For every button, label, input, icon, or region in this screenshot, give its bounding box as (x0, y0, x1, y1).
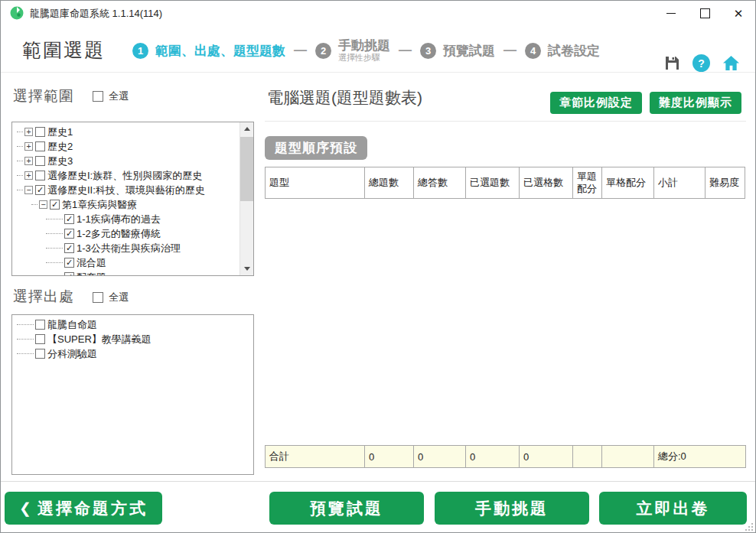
range-tree-item-checkbox[interactable]: ✓ (64, 258, 74, 268)
range-tree-item-checkbox[interactable]: ✓ (64, 272, 74, 276)
collapse-minus-icon[interactable]: − (24, 186, 33, 194)
range-tree-item-checkbox[interactable] (35, 141, 45, 151)
table-footer-cell (602, 446, 654, 468)
range-tree-item-label: 歷史3 (47, 154, 73, 168)
scroll-down-icon[interactable] (240, 262, 253, 275)
table-footer-cell: 合計 (266, 446, 365, 468)
range-tree-item-row[interactable]: +選修歷史I:族群、性別與國家的歷史 (17, 168, 252, 183)
step-2-label: 手動挑題 (338, 38, 390, 54)
source-select-all[interactable]: 全選 (93, 291, 129, 304)
range-select-all[interactable]: 全選 (93, 89, 129, 103)
range-tree-item-row[interactable]: −✓第1章疾病與醫療 (17, 197, 252, 212)
table-header-cell: 單題配分 (573, 167, 602, 199)
preview-questions-button[interactable]: 預覽試題 (269, 492, 424, 525)
range-tree-item-row[interactable]: +歷史3 (17, 154, 252, 168)
table-header-cell: 單格配分 (602, 167, 654, 199)
source-item-row[interactable]: 【SUPER】教學講義題 (17, 332, 252, 346)
maximize-button[interactable] (688, 1, 722, 25)
range-tree-item-label: 1-3公共衛生與疾病治理 (77, 242, 181, 255)
app-logo-icon (10, 6, 24, 20)
tree-connector (17, 175, 23, 176)
manual-pick-button[interactable]: 手動挑題 (435, 492, 589, 525)
source-item-row[interactable]: 分科測驗題 (17, 346, 252, 361)
range-tree-item-checkbox[interactable] (35, 127, 45, 137)
range-tree-item-row[interactable]: ✓配套題 (17, 270, 252, 276)
range-tree-item-row[interactable]: −✓選修歷史II:科技、環境與藝術的歷史 (17, 183, 252, 197)
source-item-checkbox[interactable] (35, 334, 45, 344)
type-order-button[interactable]: 題型順序預設 (265, 136, 367, 160)
expand-plus-icon[interactable]: + (24, 171, 33, 180)
minimize-button[interactable] (654, 1, 688, 25)
home-icon[interactable] (722, 55, 740, 71)
range-section-title: 選擇範圍 (13, 86, 74, 106)
generate-paper-button[interactable]: 立即出卷 (599, 492, 747, 525)
step-separator: — (399, 43, 412, 58)
range-tree-item-label: 1-1疾病傳布的過去 (77, 213, 161, 226)
tree-connector (46, 262, 63, 263)
source-section-title: 選擇出處 (13, 287, 74, 307)
source-select-all-checkbox[interactable] (93, 292, 103, 303)
panel-divider (265, 121, 746, 122)
range-tree-item-label: 配套題 (77, 271, 106, 277)
source-item-label: 【SUPER】教學講義題 (47, 333, 152, 346)
range-tree-item-row[interactable]: ✓混合題 (17, 255, 252, 270)
range-tree-item-checkbox[interactable]: ✓ (35, 185, 45, 195)
tree-connector (17, 132, 23, 132)
range-tree-item-row[interactable]: ✓1-1疾病傳布的過去 (17, 212, 252, 226)
back-arrow-icon: ❮ (19, 499, 31, 517)
range-select-all-checkbox[interactable] (93, 91, 103, 102)
range-tree-item-row[interactable]: +歷史1 (17, 125, 252, 139)
range-tree-item-checkbox[interactable]: ✓ (50, 200, 60, 210)
page-title: 範圍選題 (22, 37, 105, 63)
step-4-circle: 4 (525, 43, 541, 59)
step-2-circle: 2 (315, 43, 331, 59)
expand-plus-icon[interactable]: + (24, 128, 33, 136)
back-to-method-button[interactable]: ❮ 選擇命題方式 (5, 492, 162, 525)
chapter-ratio-button[interactable]: 章節比例設定 (550, 92, 642, 114)
source-list-box: 龍騰自命題【SUPER】教學講義題分科測驗題 (11, 314, 254, 475)
range-tree-item-checkbox[interactable]: ✓ (64, 243, 74, 253)
source-item-checkbox[interactable] (35, 320, 45, 330)
step-2-block: 手動挑題 選擇性步驟 (338, 38, 390, 63)
window-title: 龍騰題庫命題系統 1.1.14(114) (30, 7, 162, 21)
collapse-minus-icon[interactable]: − (39, 200, 47, 209)
range-tree-item-label: 1-2多元的醫療傳統 (77, 227, 161, 241)
back-button-label: 選擇命題方式 (37, 498, 148, 519)
source-item-label: 分科測驗題 (47, 347, 97, 361)
table-footer-cell: 0 (520, 446, 573, 468)
step-separator: — (503, 43, 516, 58)
scrollbar-thumb[interactable] (240, 137, 253, 201)
expand-plus-icon[interactable]: + (24, 157, 33, 165)
range-tree-item-row[interactable]: ✓1-2多元的醫療傳統 (17, 226, 252, 241)
question-type-table-footer: 合計0000總分:0 (265, 445, 746, 468)
range-tree-item-row[interactable]: ✓1-3公共衛生與疾病治理 (17, 241, 252, 255)
tree-connector (46, 248, 63, 249)
close-icon: ✕ (734, 8, 744, 19)
step-1-label: 範圍、出處、題型題數 (155, 42, 285, 60)
range-tree-item-checkbox[interactable]: ✓ (64, 229, 74, 239)
help-icon[interactable]: ? (692, 54, 710, 72)
expand-plus-icon[interactable]: + (24, 142, 33, 151)
difficulty-ratio-button[interactable]: 難度比例顯示 (650, 92, 741, 114)
range-tree-item-checkbox[interactable] (35, 171, 45, 180)
tree-connector (17, 161, 23, 161)
save-icon[interactable] (664, 55, 680, 71)
table-footer-cell: 0 (365, 446, 414, 468)
tree-connector (31, 204, 37, 205)
range-tree-item-row[interactable]: +歷史2 (17, 139, 252, 154)
source-item-label: 龍騰自命題 (47, 318, 97, 332)
source-item-checkbox[interactable] (35, 349, 45, 359)
range-tree-scrollbar[interactable] (240, 122, 253, 275)
scroll-up-icon[interactable] (240, 122, 253, 135)
range-tree-item-checkbox[interactable]: ✓ (64, 214, 74, 224)
range-tree-item-checkbox[interactable] (35, 156, 45, 166)
range-select-all-label: 全選 (109, 89, 129, 103)
close-button[interactable]: ✕ (722, 1, 755, 25)
tree-connector (17, 324, 34, 325)
table-header-cell: 已選格數 (520, 167, 573, 199)
resize-grip-icon[interactable] (745, 523, 753, 531)
table-header-cell: 總題數 (365, 167, 414, 199)
page-header: 範圍選題 1 範圍、出處、題型題數 — 2 手動挑題 選擇性步驟 — 3 預覽試… (1, 25, 755, 73)
source-item-row[interactable]: 龍騰自命題 (17, 317, 252, 332)
range-tree-item-label: 歷史1 (47, 125, 73, 139)
